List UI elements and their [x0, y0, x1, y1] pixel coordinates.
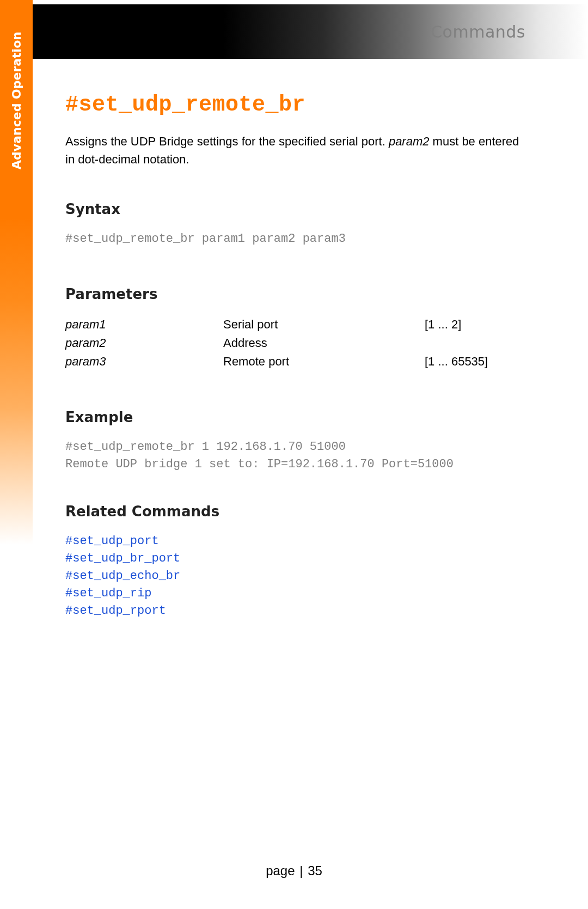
main-content: #set_udp_remote_br Assigns the UDP Bridg…: [65, 93, 523, 619]
parameters-heading: Parameters: [65, 286, 523, 302]
page-footer: page | 35: [0, 863, 588, 879]
parameters-section: Parameters param1 Serial port [1 ... 2] …: [65, 286, 523, 371]
syntax-heading: Syntax: [65, 201, 523, 217]
syntax-code: #set_udp_remote_br param1 param2 param3: [65, 230, 523, 248]
desc-param-italic: param2: [389, 135, 430, 148]
param-range: [1 ... 2]: [425, 315, 523, 334]
related-link[interactable]: #set_udp_echo_br: [65, 568, 523, 585]
example-code: #set_udp_remote_br 1 192.168.1.70 51000 …: [65, 438, 523, 473]
param-range: [425, 334, 523, 352]
header-section-title: Commands: [431, 22, 525, 41]
table-row: param1 Serial port [1 ... 2]: [65, 315, 523, 334]
related-link[interactable]: #set_udp_port: [65, 533, 523, 550]
sidebar-tab: Advanced Operation: [0, 0, 33, 545]
related-commands-section: Related Commands #set_udp_port #set_udp_…: [65, 503, 523, 619]
param-range: [1 ... 65535]: [425, 352, 523, 371]
table-row: param3 Remote port [1 ... 65535]: [65, 352, 523, 371]
table-row: param2 Address: [65, 334, 523, 352]
related-link[interactable]: #set_udp_br_port: [65, 550, 523, 568]
example-section: Example #set_udp_remote_br 1 192.168.1.7…: [65, 409, 523, 473]
footer-page-number: 35: [308, 863, 322, 878]
sidebar-label: Advanced Operation: [10, 32, 23, 169]
desc-text-before: Assigns the UDP Bridge settings for the …: [65, 135, 389, 148]
example-heading: Example: [65, 409, 523, 425]
related-link[interactable]: #set_udp_rport: [65, 602, 523, 620]
command-title: #set_udp_remote_br: [65, 93, 523, 117]
parameters-table: param1 Serial port [1 ... 2] param2 Addr…: [65, 315, 523, 371]
header-band: Commands: [0, 4, 588, 59]
param-desc: Address: [223, 334, 425, 352]
related-link[interactable]: #set_udp_rip: [65, 585, 523, 602]
param-name: param3: [65, 352, 223, 371]
param-name: param1: [65, 315, 223, 334]
command-description: Assigns the UDP Bridge settings for the …: [65, 132, 523, 168]
syntax-section: Syntax #set_udp_remote_br param1 param2 …: [65, 201, 523, 248]
footer-separator: |: [299, 863, 303, 878]
footer-label: page: [266, 863, 295, 878]
related-heading: Related Commands: [65, 503, 523, 520]
param-desc: Remote port: [223, 352, 425, 371]
param-desc: Serial port: [223, 315, 425, 334]
param-name: param2: [65, 334, 223, 352]
